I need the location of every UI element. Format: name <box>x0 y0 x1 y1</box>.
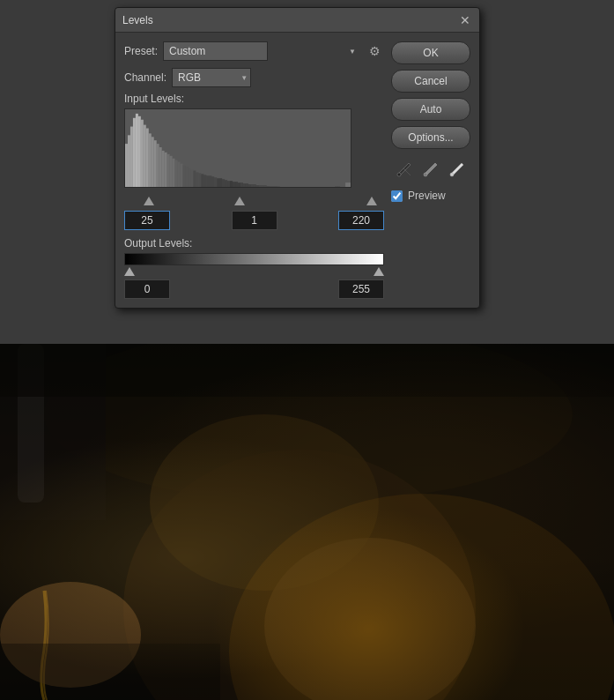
svg-rect-32 <box>178 162 181 187</box>
histogram-container <box>124 108 351 188</box>
svg-rect-66 <box>267 186 270 187</box>
preset-select[interactable]: Custom Default Increase Contrast 1 Incre… <box>163 41 268 61</box>
svg-rect-28 <box>167 154 170 187</box>
svg-rect-47 <box>217 178 219 187</box>
ok-button[interactable]: OK <box>391 41 470 64</box>
svg-rect-17 <box>138 116 141 187</box>
svg-rect-33 <box>181 164 183 187</box>
svg-rect-73 <box>345 182 351 187</box>
svg-rect-19 <box>144 125 146 187</box>
left-panel: Preset: Custom Default Increase Contrast… <box>124 41 384 299</box>
svg-rect-39 <box>196 172 198 187</box>
svg-rect-59 <box>248 184 251 187</box>
svg-rect-55 <box>238 182 240 187</box>
options-button[interactable]: Options... <box>391 126 470 149</box>
svg-rect-54 <box>235 182 238 187</box>
svg-rect-52 <box>230 181 233 187</box>
svg-rect-12 <box>125 144 128 187</box>
gray-eyedropper-icon <box>423 161 439 177</box>
svg-rect-18 <box>141 120 144 187</box>
svg-rect-64 <box>262 185 264 187</box>
svg-point-76 <box>424 173 427 176</box>
svg-rect-43 <box>206 175 209 187</box>
svg-point-74 <box>397 173 401 176</box>
white-output-handle[interactable] <box>374 267 384 276</box>
white-output-value[interactable] <box>338 279 384 299</box>
svg-rect-44 <box>209 175 211 187</box>
svg-rect-63 <box>259 185 262 187</box>
output-levels-label: Output Levels: <box>124 237 384 249</box>
input-numbers <box>124 211 384 230</box>
svg-rect-23 <box>154 140 157 187</box>
svg-rect-48 <box>219 178 222 187</box>
input-levels-label: Input Levels: <box>124 93 384 105</box>
svg-rect-13 <box>128 135 130 187</box>
svg-rect-70 <box>277 186 280 187</box>
midtone-input-handle[interactable] <box>234 197 245 205</box>
photo-overlay <box>0 344 614 700</box>
output-slider-handles <box>124 265 384 278</box>
white-input-value[interactable] <box>338 211 384 230</box>
svg-rect-29 <box>170 156 173 187</box>
svg-rect-72 <box>337 186 340 187</box>
black-eyedropper-icon <box>396 161 412 177</box>
black-input-handle[interactable] <box>144 197 154 205</box>
eyedropper-row <box>391 158 470 181</box>
mid-input-value[interactable] <box>232 211 277 230</box>
svg-rect-50 <box>225 180 227 187</box>
svg-rect-67 <box>270 186 272 187</box>
output-numbers <box>124 279 384 299</box>
svg-rect-60 <box>251 184 254 187</box>
svg-rect-20 <box>146 129 149 187</box>
white-eyedropper-button[interactable] <box>446 158 469 181</box>
white-input-handle[interactable] <box>366 197 377 205</box>
channel-select[interactable]: RGB Red Green Blue <box>172 68 251 87</box>
svg-rect-40 <box>198 173 201 187</box>
svg-rect-41 <box>201 174 203 187</box>
svg-rect-35 <box>185 167 188 187</box>
svg-rect-21 <box>149 133 152 187</box>
black-output-value[interactable] <box>124 279 170 299</box>
svg-rect-65 <box>264 185 267 187</box>
channel-row: Channel: RGB Red Green Blue <box>124 68 384 87</box>
svg-rect-9 <box>0 344 614 397</box>
svg-rect-10 <box>0 644 220 700</box>
close-button[interactable]: ✕ <box>458 13 472 27</box>
auto-button[interactable]: Auto <box>391 98 470 121</box>
svg-rect-62 <box>256 185 259 187</box>
black-eyedropper-button[interactable] <box>393 158 416 181</box>
svg-rect-22 <box>152 137 154 187</box>
right-panel: OK Cancel Auto Options... <box>391 41 470 299</box>
svg-rect-27 <box>165 153 167 187</box>
svg-rect-14 <box>130 127 133 187</box>
channel-select-wrapper: RGB Red Green Blue <box>172 68 251 87</box>
svg-rect-49 <box>222 179 225 187</box>
preview-row: Preview <box>391 190 470 202</box>
histogram-svg <box>125 109 351 187</box>
svg-rect-42 <box>203 175 206 187</box>
svg-rect-58 <box>246 183 248 187</box>
black-input-value[interactable] <box>124 211 170 230</box>
photo-background <box>0 344 614 700</box>
cancel-button[interactable]: Cancel <box>391 70 470 93</box>
gear-button[interactable]: ⚙ <box>365 41 384 61</box>
svg-rect-31 <box>175 160 178 187</box>
svg-point-77 <box>450 173 454 176</box>
svg-rect-30 <box>173 159 175 187</box>
preview-label: Preview <box>408 190 446 202</box>
svg-rect-38 <box>193 170 196 187</box>
input-slider-area <box>124 191 384 209</box>
svg-rect-34 <box>182 166 185 187</box>
svg-rect-16 <box>136 114 138 187</box>
white-eyedropper-icon <box>449 161 465 177</box>
output-gradient-area <box>124 253 384 278</box>
svg-rect-45 <box>211 176 214 187</box>
svg-rect-53 <box>233 182 235 187</box>
svg-rect-24 <box>157 144 159 187</box>
dialog-titlebar: Levels ✕ <box>115 8 479 33</box>
gray-eyedropper-button[interactable] <box>419 158 442 181</box>
svg-rect-56 <box>240 182 243 187</box>
black-output-handle[interactable] <box>124 267 135 276</box>
preview-checkbox[interactable] <box>391 190 403 202</box>
svg-rect-15 <box>133 118 136 187</box>
